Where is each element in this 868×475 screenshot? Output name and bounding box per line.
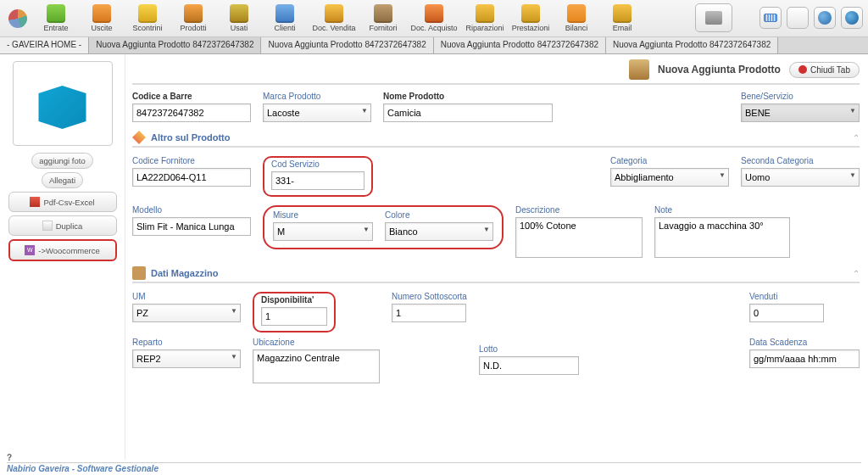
toolbar-bilanci[interactable]: Bilanci [554, 2, 598, 36]
uscite-icon [92, 4, 111, 23]
sottoscorta-input[interactable] [392, 304, 466, 322]
collapse-icon[interactable]: ⌃ [853, 133, 860, 142]
pdf-csv-excel-button[interactable]: Pdf-Csv-Excel [8, 192, 117, 212]
footer: ? Nabirio Gaveira - Software Gestionale [0, 451, 868, 475]
categoria-label: Categoria [610, 156, 729, 165]
toolbar-scontrini[interactable]: Scontrini [125, 2, 170, 36]
codice-barre-label: Codice a Barre [132, 92, 251, 101]
codice-barre-input[interactable] [132, 103, 251, 122]
ubicazione-textarea[interactable] [253, 349, 380, 383]
tab-prodotto-3[interactable]: Nuova Aggiunta Prodotto 8472372647382 [434, 37, 606, 53]
chiudi-tab-button[interactable]: Chiudi Tab [789, 62, 860, 78]
seconda-categoria-select[interactable] [741, 168, 860, 187]
pdf-icon [30, 197, 40, 207]
sidebar: aggiungi foto Allegati Pdf-Csv-Excel Dup… [0, 54, 125, 460]
colore-label: Colore [385, 210, 493, 220]
toolbar-riparazioni[interactable]: Riparazioni [463, 2, 507, 36]
woocommerce-button[interactable]: W->Woocommerce [8, 239, 117, 261]
cod-fornitore-input[interactable] [132, 168, 251, 187]
reparto-select[interactable] [132, 349, 241, 368]
cod-servizio-input[interactable] [271, 171, 364, 190]
aggiungi-foto-button[interactable]: aggiungi foto [31, 153, 92, 169]
toolbar-doc-acquisto[interactable]: Doc. Acquisto [407, 2, 461, 36]
note-label: Note [654, 205, 790, 215]
printer-icon [705, 11, 722, 25]
nome-input[interactable] [383, 103, 553, 122]
scadenza-input[interactable] [749, 349, 860, 368]
toolbar-prestazioni[interactable]: Prestazioni [509, 2, 553, 36]
modello-input[interactable] [132, 217, 251, 236]
cod-fornitore-label: Codice Fornitore [132, 156, 251, 165]
riparazioni-icon [476, 4, 494, 23]
power-button[interactable] [841, 7, 863, 29]
venduti-input[interactable] [749, 304, 824, 322]
keyboard-button[interactable] [760, 7, 782, 29]
toolbar-doc-vendita[interactable]: Doc. Vendita [309, 2, 359, 36]
close-icon [798, 65, 807, 74]
toolbar-fornitori[interactable]: Fornitori [361, 2, 405, 36]
colore-select[interactable] [385, 222, 493, 241]
section-altro: Altro sul Prodotto⌃ [132, 131, 860, 148]
um-label: UM [132, 292, 241, 301]
duplica-button[interactable]: Duplica [8, 215, 117, 236]
help-button[interactable]: ? [7, 453, 861, 462]
venduti-label: Venduti [749, 292, 860, 301]
prestazioni-icon [521, 4, 540, 23]
scadenza-label: Data Scadenza [749, 338, 860, 347]
top-toolbar: Entrate Uscite Scontrini Prodotti Usati … [0, 0, 868, 37]
blank-button[interactable] [787, 7, 809, 29]
misure-select[interactable] [273, 222, 373, 241]
app-name: Nabirio Gaveira - Software Gestionale [7, 462, 861, 473]
tab-prodotto-4[interactable]: Nuova Aggiunta Prodotto 8472372647382 [606, 37, 778, 53]
usati-icon [230, 4, 248, 23]
bene-select[interactable] [741, 103, 860, 122]
descrizione-textarea[interactable] [515, 217, 643, 258]
toolbar-entrate[interactable]: Entrate [34, 2, 78, 36]
disponibilita-label: Disponibilita' [261, 295, 327, 305]
minimize-button[interactable] [814, 7, 836, 29]
doc-acquisto-icon [425, 4, 443, 23]
product-image[interactable] [13, 61, 113, 146]
sottoscorta-label: Numero Sottoscorta [392, 292, 467, 301]
categoria-select[interactable] [610, 168, 729, 187]
disponibilita-input[interactable] [261, 307, 327, 326]
panel-title: Nuova Aggiunta Prodotto [658, 64, 781, 75]
lotto-input[interactable] [479, 356, 579, 375]
collapse-icon-2[interactable]: ⌃ [853, 269, 860, 278]
package-icon [629, 59, 649, 80]
seconda-categoria-label: Seconda Categoria [741, 156, 860, 165]
prodotti-icon [184, 4, 203, 23]
lotto-label: Lotto [479, 344, 579, 354]
power-icon [845, 11, 859, 25]
box-icon [33, 78, 92, 129]
copy-icon [42, 221, 53, 231]
note-textarea[interactable] [654, 217, 790, 258]
keyboard-icon [764, 14, 777, 22]
um-select[interactable] [132, 304, 241, 322]
doc-vendita-icon [325, 4, 343, 23]
descrizione-label: Descrizione [515, 205, 643, 215]
app-logo-icon [8, 9, 27, 28]
tab-home[interactable]: - GAVEIRA HOME - [0, 37, 89, 53]
tab-bar: - GAVEIRA HOME - Nuova Aggiunta Prodotto… [0, 37, 868, 54]
tab-prodotto-1[interactable]: Nuova Aggiunta Prodotto 8472372647382 [89, 37, 261, 53]
toolbar-email[interactable]: Email [600, 2, 644, 36]
toolbar-prodotti[interactable]: Prodotti [171, 2, 215, 36]
warehouse-icon [132, 266, 146, 280]
reparto-label: Reparto [132, 338, 241, 347]
tab-prodotto-2[interactable]: Nuova Aggiunta Prodotto 8472372647382 [261, 37, 433, 53]
misure-label: Misure [273, 210, 373, 220]
marca-select[interactable] [263, 103, 371, 122]
nome-label: Nome Prodotto [383, 92, 553, 101]
allegati-button[interactable]: Allegati [42, 172, 83, 188]
fornitori-icon [374, 4, 392, 23]
toolbar-usati[interactable]: Usati [217, 2, 261, 36]
toolbar-clienti[interactable]: Clienti [263, 2, 307, 36]
ubicazione-label: Ubicazione [253, 338, 380, 347]
main-panel: Nuova Aggiunta Prodotto Chiudi Tab Codic… [125, 54, 868, 460]
woocommerce-icon: W [25, 245, 35, 255]
clienti-icon [275, 4, 294, 23]
printer-button[interactable] [695, 3, 732, 32]
toolbar-uscite[interactable]: Uscite [80, 2, 124, 36]
email-icon [613, 4, 632, 23]
